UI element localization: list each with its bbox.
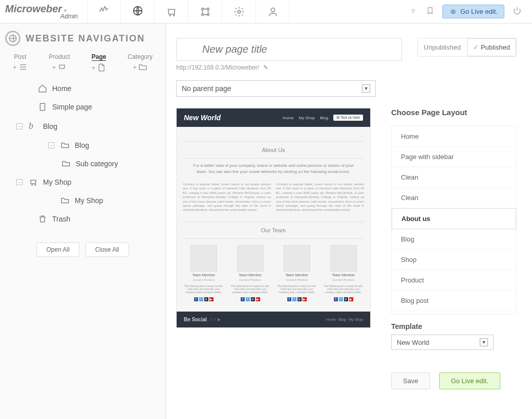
tree-shop[interactable]: −My Shop (5, 173, 160, 191)
preview-nav: HomeMy ShopBlog (283, 116, 328, 120)
layout-option[interactable]: Home (392, 126, 516, 147)
list-icon (18, 62, 28, 72)
unpublished-button[interactable]: Unpublished (418, 38, 467, 56)
page-icon (38, 102, 47, 112)
preview-member: Team MemberCurrent PositionThe following… (183, 245, 224, 301)
bookmark-icon[interactable] (423, 4, 437, 19)
check-icon: ✓ (473, 43, 479, 51)
tree-simple[interactable]: Simple page (5, 98, 160, 116)
collapse-icon[interactable]: − (16, 123, 23, 129)
folder-icon (60, 141, 70, 150)
choose-layout-title: Choose Page Layout (391, 108, 517, 117)
url-row: http://192.168.0.3/Microweber/ ✎ (176, 64, 402, 71)
svg-point-4 (207, 8, 209, 10)
cart-icon (29, 178, 38, 187)
topnav (87, 0, 408, 23)
tree-home[interactable]: Home (5, 79, 160, 98)
folder-icon (61, 159, 71, 168)
preview-besocial: Be Social (184, 317, 207, 322)
go-live-button[interactable]: Go Live edit. (439, 372, 500, 389)
folder-icon (60, 196, 70, 205)
template-label: Template (391, 322, 517, 330)
close-all-button[interactable]: Close All (86, 242, 129, 257)
preview-about-title: About Us (183, 147, 364, 153)
edit-url-icon[interactable]: ✎ (263, 64, 268, 71)
nav-tree: Home Simple page −bBlog −Blog Sub catego… (5, 79, 160, 228)
publish-toggle: Unpublished ✓Published (417, 38, 517, 57)
layout-option[interactable]: Clean (392, 188, 516, 208)
nav-users[interactable] (256, 0, 290, 23)
layout-preview: New World HomeMy ShopBlog ☰ Text us here… (176, 108, 371, 328)
blog-icon: b (29, 121, 38, 131)
globe-icon (5, 31, 20, 46)
preview-team-title: Our Team (183, 227, 364, 233)
preview-col2: Contrary to popular belief, Lorem Ipsum … (276, 182, 364, 212)
chevron-down-icon: ▼ (480, 338, 488, 346)
go-live-button-top[interactable]: Go Live edit. (442, 5, 504, 18)
topright: ? Go Live edit. (408, 0, 532, 23)
tree-subcat[interactable]: Sub category (5, 155, 160, 173)
svg-point-1 (169, 15, 171, 16)
power-icon[interactable] (509, 3, 525, 20)
tree-trash[interactable]: Trash (5, 210, 160, 228)
brand[interactable]: Microweber▾ Admin (0, 0, 87, 23)
cart-icon (57, 62, 67, 72)
nav-shop[interactable] (155, 0, 188, 23)
brand-sub: Admin (5, 13, 82, 20)
layout-option[interactable]: Blog (392, 229, 516, 250)
sidebar-actions: Open All Close All (5, 242, 160, 257)
template-select[interactable]: New World ▼ (391, 335, 494, 350)
add-product[interactable]: Product+ (49, 53, 70, 72)
topbar: Microweber▾ Admin ? Go Live edit. (0, 0, 532, 24)
layout-option[interactable]: Product (392, 270, 516, 291)
add-page[interactable]: Page+ (92, 53, 107, 72)
nav-dashboard[interactable] (87, 0, 121, 23)
layout-option[interactable]: Contact Us (392, 311, 516, 314)
save-button[interactable]: Save (391, 372, 430, 389)
page-url: http://192.168.0.3/Microweber/ (176, 64, 259, 71)
main: http://192.168.0.3/Microweber/ ✎ Unpubli… (166, 24, 532, 419)
preview-col1: Contrary to popular belief, Lorem Ipsum … (183, 182, 271, 212)
trash-icon (38, 214, 47, 224)
nav-settings[interactable] (222, 0, 256, 23)
svg-point-2 (173, 15, 174, 16)
layout-option[interactable]: Shop (392, 250, 516, 270)
add-post[interactable]: Post+ (13, 53, 28, 72)
preview-member: Team MemberCurrent PositionThe following… (276, 245, 317, 301)
tree-blog[interactable]: −bBlog (5, 116, 160, 136)
layout-option[interactable]: Blog post (392, 291, 516, 311)
layout-option[interactable]: About us (392, 208, 516, 229)
sidebar-title: WEBSITE NAVIGATION (5, 31, 160, 46)
tree-blog-child[interactable]: −Blog (5, 136, 160, 155)
preview-intro: For a better view of your company, brand… (193, 163, 354, 175)
tree-shop-child[interactable]: My Shop (5, 191, 160, 210)
preview-member: Team MemberCurrent PositionThe following… (229, 245, 271, 301)
open-all-button[interactable]: Open All (36, 242, 79, 257)
published-button[interactable]: ✓Published (467, 38, 516, 56)
folder-icon (138, 62, 147, 72)
preview-header-btn: ☰ Text us here (333, 115, 363, 121)
page-icon (97, 63, 106, 72)
layout-option[interactable]: Page with sidebar (392, 147, 516, 167)
preview-site-name: New World (184, 114, 221, 122)
nav-modules[interactable] (188, 0, 222, 23)
add-row: Post+ Product+ Page+ Category+ (5, 53, 160, 72)
chevron-down-icon: ▼ (362, 84, 370, 93)
layout-option[interactable]: Clean (392, 167, 516, 188)
svg-point-6 (207, 13, 209, 15)
add-category[interactable]: Category+ (127, 53, 153, 72)
collapse-icon[interactable]: − (16, 179, 23, 185)
collapse-icon[interactable]: − (48, 142, 54, 148)
svg-point-5 (201, 13, 203, 15)
layout-list[interactable]: HomePage with sidebarCleanCleanAbout usB… (391, 126, 517, 314)
parent-page-select[interactable]: No parent page ▼ (176, 80, 376, 97)
svg-point-3 (201, 8, 203, 10)
svg-point-7 (238, 10, 241, 13)
sidebar: WEBSITE NAVIGATION Post+ Product+ Page+ … (0, 24, 166, 419)
nav-website[interactable] (121, 0, 155, 23)
svg-point-12 (35, 185, 36, 186)
page-title-input[interactable] (176, 38, 402, 61)
preview-member: Team MemberCurrent PositionThe following… (323, 245, 364, 301)
preview-foot-nav: Home · Blog · My Shop (326, 318, 363, 321)
help-icon[interactable]: ? (408, 5, 418, 18)
